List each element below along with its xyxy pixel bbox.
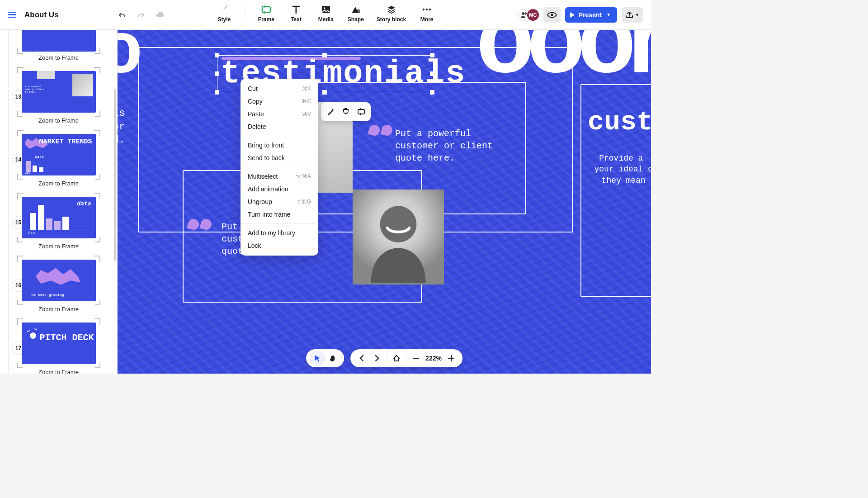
frames-panel: Zoom to Frame 13 t a powerful omer or cl… — [0, 30, 118, 374]
menu-delete[interactable]: Delete — [241, 120, 318, 133]
storyblock-label: Story block — [377, 16, 406, 23]
frame-item[interactable]: Zoom to Frame — [19, 30, 98, 61]
frame-tool[interactable]: Frame — [257, 5, 275, 23]
zoom-out-button[interactable] — [408, 351, 424, 366]
text-icon — [291, 5, 301, 14]
menu-button[interactable] — [8, 12, 16, 18]
frame-label: Zoom to Frame — [38, 369, 79, 374]
svg-point-8 — [551, 14, 553, 16]
text-label: Text — [291, 16, 302, 23]
menu-bring-front[interactable]: Bring to front — [241, 139, 318, 152]
color-bucket-button[interactable] — [339, 105, 353, 119]
document-title[interactable]: About Us — [24, 10, 59, 19]
menu-copy[interactable]: Copy⌘C — [241, 95, 318, 108]
svg-point-9 — [380, 206, 417, 242]
storyblock-tool[interactable]: Story block — [377, 5, 406, 23]
export-icon — [625, 11, 633, 19]
canvas[interactable]: ooon o is or d. testimonials Put a power… — [118, 30, 651, 374]
frame-label: Zoom to Frame — [38, 180, 79, 187]
frame-item[interactable]: 14 MARKET TRENDS data 21% Zoom to Frame — [19, 132, 98, 187]
preview-button[interactable] — [543, 7, 561, 23]
undo-button[interactable] — [118, 10, 127, 19]
cloud-sync-icon[interactable] — [156, 10, 165, 19]
canvas-text-fragment: cust — [588, 107, 651, 138]
frame-label: Zoom to Frame — [38, 117, 79, 124]
media-tool[interactable]: Media — [317, 5, 335, 23]
storyblock-icon — [386, 5, 396, 14]
thumb-title: PITCH DECK — [40, 333, 94, 342]
shape-label: Shape — [348, 16, 364, 23]
text-tool[interactable]: Text — [287, 5, 305, 23]
frame-label: Frame — [258, 16, 274, 23]
svg-point-5 — [426, 9, 428, 10]
menu-ungroup[interactable]: Ungroup⇧⌘G — [241, 195, 318, 208]
svg-point-6 — [429, 9, 431, 10]
quote-text-fragment: Put cust quot — [222, 221, 243, 257]
svg-point-2 — [324, 7, 326, 9]
menu-turn-into-frame[interactable]: Turn into frame — [241, 208, 318, 221]
thumb-title: we keep growing — [32, 293, 64, 297]
menu-send-back[interactable]: Send to back — [241, 152, 318, 164]
zoom-value[interactable]: 222% — [424, 355, 443, 362]
frame-icon — [261, 5, 271, 14]
more-tool[interactable]: More — [418, 5, 436, 23]
brush-icon — [219, 5, 229, 14]
frame-item[interactable]: 16 we keep growing Zoom to Frame — [19, 258, 98, 313]
redo-button[interactable] — [137, 10, 146, 19]
style-tool[interactable]: Style — [215, 5, 233, 23]
menu-multiselect[interactable]: Multiselect⌥⌘A — [241, 170, 318, 183]
photo[interactable] — [353, 190, 444, 285]
menu-paste[interactable]: Paste⌘V — [241, 108, 318, 120]
frame-item[interactable]: 15 data 21% Zoom to Frame — [19, 195, 98, 250]
menu-cut[interactable]: Cut⌘X — [241, 82, 318, 95]
svg-rect-14 — [451, 355, 452, 361]
chevron-down-icon: ▼ — [606, 12, 611, 17]
menu-lock[interactable]: Lock — [241, 239, 318, 252]
svg-rect-1 — [322, 6, 330, 13]
svg-rect-10 — [344, 108, 347, 109]
crop-frame-button[interactable] — [354, 105, 368, 119]
share-button[interactable]: ▼ — [622, 7, 643, 23]
play-icon — [570, 12, 575, 18]
eye-icon — [547, 12, 557, 18]
style-label: Style — [217, 16, 231, 23]
avatar[interactable]: MC — [527, 9, 539, 21]
more-icon — [422, 5, 432, 14]
svg-point-4 — [423, 9, 425, 10]
floating-toolbar — [321, 102, 371, 121]
hand-tool[interactable] — [325, 351, 340, 366]
ai-magic-button[interactable] — [324, 105, 337, 119]
svg-rect-12 — [413, 358, 419, 359]
svg-point-7 — [522, 12, 524, 15]
frame-item[interactable]: 13 t a powerful omer or client te here. … — [19, 69, 98, 124]
frame-item[interactable]: 17 PITCH DECK Zoom to Frame — [19, 321, 98, 374]
context-menu: Cut⌘X Copy⌘C Paste⌘V Delete Bring to fro… — [241, 79, 318, 256]
canvas-text-fragment: is or d. — [118, 107, 125, 147]
quote-text[interactable]: Put a powerful customer or client quote … — [395, 128, 504, 164]
chevron-down-icon: ▼ — [635, 13, 639, 17]
prev-frame-button[interactable] — [354, 351, 369, 366]
quote-icon — [369, 125, 394, 138]
pointer-tool[interactable] — [310, 351, 325, 366]
home-button[interactable] — [389, 351, 404, 366]
thumb-pct: 21% — [28, 231, 35, 236]
menu-add-animation[interactable]: Add animation — [241, 183, 318, 195]
present-label: Present — [579, 11, 602, 19]
present-button[interactable]: Present ▼ — [565, 7, 617, 23]
thumb-title: MARKET TRENDS — [39, 138, 92, 145]
next-frame-button[interactable] — [369, 351, 385, 366]
frame-label: Zoom to Frame — [38, 306, 79, 313]
frame-label: Zoom to Frame — [38, 54, 79, 61]
thumb-title: data — [77, 200, 91, 207]
shape-icon — [351, 5, 361, 14]
zoom-in-button[interactable] — [443, 351, 459, 366]
shape-tool[interactable]: Shape — [347, 5, 365, 23]
thumb-sub: data — [35, 155, 44, 159]
svg-rect-0 — [262, 7, 270, 12]
menu-add-library[interactable]: Add to my library — [241, 227, 318, 239]
collaborators[interactable]: MC — [518, 9, 539, 21]
thumb-pct: 21% — [25, 171, 30, 175]
frame-label: Zoom to Frame — [38, 243, 79, 250]
canvas-text-fragment: Provide a your ideal c they mean — [594, 153, 651, 186]
thumb-text: t a powerful omer or client te here. — [25, 85, 44, 94]
